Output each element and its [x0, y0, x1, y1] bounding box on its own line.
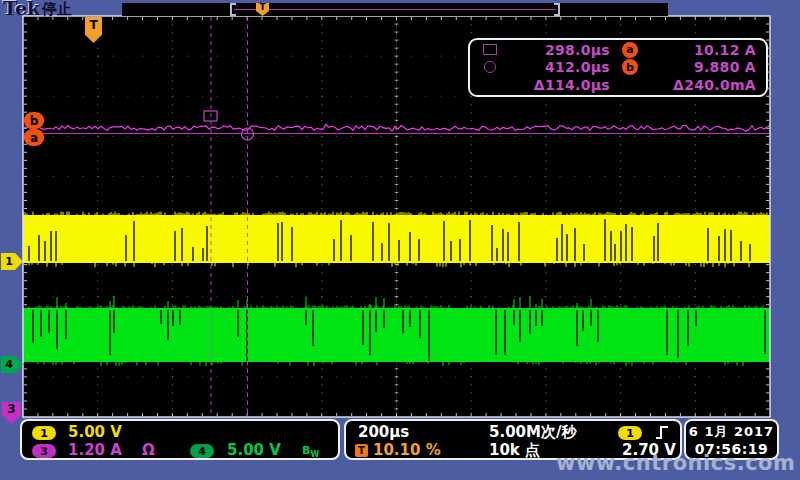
watermark: www.cntronics.com	[556, 451, 795, 475]
trigger-flag-label: T	[89, 17, 97, 33]
ch4-waveform-band	[23, 308, 770, 362]
cursor-readout-row2: 412.0µs b 9.880 A	[472, 59, 764, 77]
record-window-line	[234, 9, 556, 10]
trigger-position-readout: 10.10 %	[373, 441, 441, 459]
cursor1-time: 298.0µs	[508, 42, 610, 58]
cursor-b-badge-icon: b	[622, 59, 638, 75]
cursor2-circle-icon	[484, 61, 496, 73]
cursor1-icon-cell	[472, 44, 508, 55]
cursor-a-badge-label: a	[626, 43, 634, 56]
record-trigger-flag-icon[interactable]: T	[256, 3, 269, 16]
oscilloscope-display: Tek 停止 T T b a 1 4 3 298.0µs a 10.12 A 4…	[0, 0, 800, 480]
cursor-readout-row3: Δ114.0µs Δ240.0mA	[472, 76, 764, 94]
cursor-b-badge-cell: b	[610, 59, 650, 75]
record-position-bar[interactable]: T	[122, 3, 668, 16]
ch4-marker-label: 4	[5, 358, 13, 371]
cursor-readout-row1: 298.0µs a 10.12 A	[472, 41, 764, 59]
ch1-scale: 5.00 V	[68, 423, 122, 441]
trigger-position-badge-icon: T	[355, 444, 368, 457]
ch3-badge-label: 3	[40, 445, 48, 458]
cursor-a-badge-icon: a	[622, 42, 638, 58]
delta-time: Δ114.0µs	[508, 77, 610, 93]
delta-value: Δ240.0mA	[650, 77, 764, 93]
vertical-scale-readout-box[interactable]: 1 5.00 V 3 1.20 A Ω 4 5.00 V BW	[20, 419, 340, 460]
cursor-a-badge-cell: a	[610, 42, 650, 58]
trigger-source-badge-icon[interactable]: 1	[618, 426, 642, 440]
ch4-badge-icon[interactable]: 4	[190, 444, 214, 458]
cursor-b-badge-label: b	[626, 61, 634, 74]
cursor-readout-box: 298.0µs a 10.12 A 412.0µs b 9.880 A Δ114…	[468, 38, 768, 97]
ch3-badge-icon[interactable]: 3	[32, 444, 56, 458]
ch1-marker-label: 1	[5, 255, 13, 268]
cursor-a-label: a	[30, 131, 38, 145]
cursor-a-value: 10.12 A	[650, 42, 764, 58]
record-length-readout: 10k 点	[489, 441, 540, 460]
ch4-scale: 5.00 V	[227, 441, 281, 459]
ch3-scale: 1.20 A	[68, 441, 122, 459]
brand-logo: Tek	[3, 0, 40, 19]
cursor2-icon-cell	[472, 61, 508, 73]
ch1-badge-icon[interactable]: 1	[32, 426, 56, 440]
record-trigger-flag-label: T	[259, 3, 265, 12]
rising-edge-icon	[654, 425, 670, 440]
ch3-marker-label: 3	[7, 402, 15, 416]
trigger-source-label: 1	[626, 427, 634, 440]
cursor-b-marker-icon[interactable]: b	[24, 112, 44, 129]
record-window-bracket-right-icon	[554, 3, 560, 16]
ch3-coupling-ohm-icon: Ω	[142, 441, 155, 459]
cursor1-square-icon	[483, 44, 497, 55]
ch1-badge-label: 1	[40, 427, 48, 440]
bw-sub: W	[310, 450, 319, 459]
cursor2-time: 412.0µs	[508, 59, 610, 75]
trigger-position-badge-label: T	[358, 445, 365, 456]
date-readout: 6 1月 2017	[689, 423, 774, 441]
acquisition-status: 停止	[42, 0, 72, 19]
ch4-badge-label: 4	[198, 445, 206, 458]
timebase-readout: 200µs	[358, 423, 409, 441]
cursor-b-label: b	[30, 114, 39, 128]
cursor-a-marker-icon[interactable]: a	[24, 129, 44, 146]
sample-rate-readout: 5.00M次/秒	[489, 423, 576, 442]
bandwidth-limit-icon: BW	[302, 444, 319, 459]
cursor-b-value: 9.880 A	[650, 59, 764, 75]
